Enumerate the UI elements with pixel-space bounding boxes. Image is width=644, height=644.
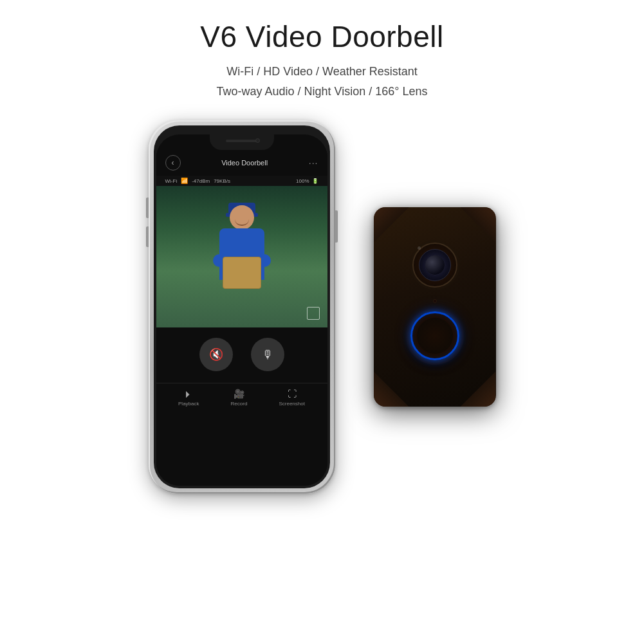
app-header: ‹ Video Doorbell ··· [156, 150, 327, 176]
phone-screen: ‹ Video Doorbell ··· Wi-Fi 📶 -47dBm 79KB [156, 134, 327, 486]
page-title: V6 Video Doorbell [123, 19, 522, 54]
nav-record[interactable]: 🎥 Record [231, 389, 248, 407]
camera-lens [425, 255, 445, 275]
battery-label: 100% [296, 178, 309, 184]
camera-area [412, 243, 457, 303]
record-label: Record [231, 401, 248, 407]
phone-bezel: ‹ Video Doorbell ··· Wi-Fi 📶 -47dBm 79KB [154, 125, 330, 488]
network-speed: 79KB/s [214, 178, 230, 184]
products-container: ‹ Video Doorbell ··· Wi-Fi 📶 -47dBm 79KB [123, 120, 522, 493]
mic-button[interactable]: 🎙 [251, 338, 284, 371]
app-back-button[interactable]: ‹ [165, 155, 181, 170]
doorbell-body [374, 207, 496, 407]
subtitle-line2: Two-way Audio / Night Vision / 166° Lens [123, 82, 522, 102]
subtitle: Wi-Fi / HD Video / Weather Resistant Two… [123, 62, 522, 101]
button-glow-ring [410, 311, 459, 360]
battery-area: 100% 🔋 [296, 178, 318, 184]
mute-icon: 🔇 [209, 347, 223, 362]
phone-volume-down-button [146, 226, 149, 247]
notch-speaker [226, 140, 258, 142]
notch-camera-icon [255, 138, 260, 143]
app-status-bar: Wi-Fi 📶 -47dBm 79KB/s 100% 🔋 [156, 176, 327, 186]
camera-middle-ring [419, 249, 451, 281]
phone-notch [210, 134, 274, 150]
pir-sensor [433, 299, 437, 303]
person-head [230, 205, 254, 230]
app-screen: ‹ Video Doorbell ··· Wi-Fi 📶 -47dBm 79KB [156, 150, 327, 486]
phone-frame: ‹ Video Doorbell ··· Wi-Fi 📶 -47dBm 79KB [149, 120, 335, 493]
mute-button[interactable]: 🔇 [199, 338, 233, 371]
camera-outer-ring [412, 243, 457, 288]
playback-label: Playback [178, 401, 199, 407]
nav-playback[interactable]: ⏵ Playback [178, 389, 199, 407]
doorbell-button-area[interactable] [406, 307, 464, 365]
page-container: V6 Video Doorbell Wi-Fi / HD Video / Wea… [123, 0, 522, 493]
person-figure [200, 199, 284, 327]
bottom-nav: ⏵ Playback 🎥 Record ⛶ S [156, 383, 327, 412]
phone-volume-up-button [146, 198, 149, 218]
delivery-box [223, 257, 261, 289]
button-outer [406, 307, 464, 365]
subtitle-line1: Wi-Fi / HD Video / Weather Resistant [123, 62, 522, 82]
app-title: Video Doorbell [221, 159, 268, 167]
playback-icon: ⏵ [184, 389, 193, 399]
doorbell-device [374, 207, 496, 407]
app-bottom-controls: 🔇 🎙 ⏵ Play [156, 327, 327, 417]
app-more-button[interactable]: ··· [309, 158, 318, 168]
doorbell-corner-br [461, 371, 496, 407]
doorbell-corner-tr [461, 207, 496, 243]
controls-row: 🔇 🎙 [199, 338, 284, 371]
phone-power-button [335, 210, 338, 243]
screenshot-label: Screenshot [279, 401, 304, 407]
signal-strength: -47dBm [192, 178, 210, 184]
record-icon: 🎥 [234, 389, 244, 399]
screenshot-icon: ⛶ [288, 389, 297, 399]
doorbell-button[interactable] [417, 318, 453, 354]
doorbell-corner-tl [374, 207, 409, 243]
video-background [156, 186, 327, 327]
header: V6 Video Doorbell Wi-Fi / HD Video / Wea… [123, 0, 522, 101]
face-smile [235, 219, 249, 226]
doorbell-corner-bl [374, 371, 409, 407]
wifi-label: Wi-Fi [165, 178, 178, 184]
back-icon: ‹ [172, 158, 174, 167]
camera-reflection [418, 246, 421, 250]
phone-mockup: ‹ Video Doorbell ··· Wi-Fi 📶 -47dBm 79KB [149, 120, 335, 493]
video-feed[interactable] [156, 186, 327, 327]
battery-icon: 🔋 [312, 178, 318, 184]
nav-screenshot[interactable]: ⛶ Screenshot [279, 389, 304, 407]
mic-icon: 🎙 [262, 348, 273, 362]
wifi-icon: 📶 [181, 178, 188, 184]
focus-bracket-icon [307, 307, 320, 320]
